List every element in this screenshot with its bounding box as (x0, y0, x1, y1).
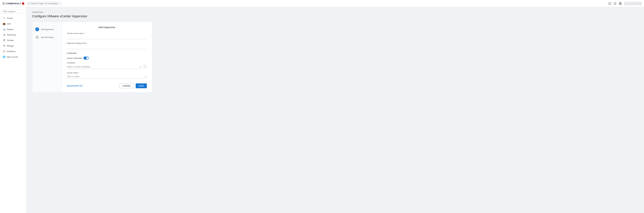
svg-rect-6 (620, 2, 622, 3)
svg-rect-7 (619, 4, 620, 5)
sidebar-item-label: Reports (7, 28, 14, 31)
search-input[interactable] (31, 2, 60, 5)
form-title: Add Hypervisor (67, 26, 147, 29)
sidebar-item-storage[interactable]: 🗄 Storage (0, 38, 26, 43)
equivalent-api-link[interactable]: EQUIVALENT API (67, 85, 82, 87)
credential-label: Credential * (67, 62, 147, 64)
credentials-section: Credentials (67, 52, 147, 54)
action-buttons: CANCEL SAVE (119, 83, 147, 88)
sidebar-item-label: Web console (7, 56, 18, 58)
credential-select[interactable]: Select a saved credential (67, 65, 142, 69)
wizard-card: 1 Add Hypervisor 2 Add VM Group Add Hype… (32, 22, 152, 93)
wizard-form: Add Hypervisor vCenter server name * Hyp… (62, 22, 152, 92)
step-number-2: 2 (35, 35, 39, 39)
webconsole-icon: 🌐 (3, 56, 6, 58)
sidebar-item-web-console[interactable]: 🌐 Web console (0, 54, 26, 60)
chevron-down-icon (638, 3, 640, 5)
top-navigation: COMMVAULT ● (0, 0, 644, 7)
step-label-1: Add Hypervisor (41, 28, 54, 31)
breadcrumb-parent[interactable]: Guided setup (32, 11, 42, 13)
access-nodes-select[interactable]: Click to select (67, 75, 147, 79)
sidebar-item-jobs[interactable]: 💼 Jobs (0, 21, 26, 27)
saved-credentials-label: Saved credentials (67, 57, 82, 59)
sidebar-item-label: Monitoring (7, 34, 16, 36)
page-title: Configure VMware vCenter Hypervisor (32, 14, 638, 18)
nav-icon-bell[interactable] (614, 2, 616, 5)
app-layout: 🛡 Protect 💼 Jobs 📊 Reports 🖥 Monitoring … (0, 7, 644, 213)
logo-badge: ● (22, 2, 24, 5)
credential-group: Credential * Select a saved credential + (67, 62, 147, 69)
vcenter-label: vCenter server name * (67, 32, 147, 35)
display-name-group: Hypervisor display name * (67, 42, 147, 49)
nav-icon-apps[interactable] (619, 2, 622, 5)
saved-credentials-row: Saved credentials (67, 57, 147, 60)
form-actions: EQUIVALENT API CANCEL SAVE (67, 83, 147, 88)
display-name-input[interactable] (67, 45, 147, 49)
step-label-2: Add VM Group (41, 36, 54, 38)
monitoring-icon: 🖥 (3, 34, 6, 36)
breadcrumb: Guided setup / (32, 11, 638, 13)
svg-point-0 (28, 3, 30, 4)
workflows-icon: 📋 (3, 50, 6, 53)
sidebar-item-label: Manage (7, 45, 14, 47)
sidebar-item-protect[interactable]: 🛡 Protect (0, 16, 26, 21)
storage-icon: 🗄 (3, 39, 6, 42)
main-content: Guided setup / Configure VMware vCenter … (26, 7, 644, 213)
jobs-icon: 💼 (3, 23, 6, 25)
access-nodes-select-wrap: Click to select (67, 75, 147, 79)
sidebar-item-label: Jobs (7, 23, 11, 25)
nav-icon-monitor[interactable] (608, 2, 611, 5)
wizard-step-2[interactable]: 2 Add VM Group (32, 33, 62, 41)
access-nodes-label: Access nodes * (67, 72, 147, 74)
app-logo: COMMVAULT ● (2, 2, 24, 5)
nav-icons (608, 2, 642, 5)
save-button[interactable]: SAVE (136, 83, 147, 88)
search-bar[interactable] (27, 2, 62, 5)
breadcrumb-separator: / (43, 11, 44, 13)
logo-text: COMMVAULT (6, 2, 21, 5)
manage-icon: ⚙ (3, 44, 6, 47)
svg-rect-5 (619, 2, 620, 3)
sidebar-item-workflows[interactable]: 📋 Workflows (0, 49, 26, 54)
svg-line-1 (30, 4, 30, 4)
toggle-slider (84, 57, 89, 60)
vcenter-server-input[interactable] (67, 35, 147, 39)
display-name-label: Hypervisor display name * (67, 42, 147, 44)
sidebar-filter-wrap[interactable] (0, 9, 26, 14)
saved-credentials-toggle[interactable] (84, 57, 89, 60)
sidebar-item-label: Storage (7, 39, 14, 41)
shield-icon: 🛡 (3, 17, 6, 20)
vcenter-server-group: vCenter server name * (67, 32, 147, 39)
user-dropdown[interactable] (624, 2, 642, 5)
sidebar: 🛡 Protect 💼 Jobs 📊 Reports 🖥 Monitoring … (0, 7, 26, 213)
hamburger-menu[interactable] (2, 3, 5, 5)
svg-rect-8 (620, 4, 622, 5)
sidebar-item-reports[interactable]: 📊 Reports (0, 27, 26, 32)
wizard-steps: 1 Add Hypervisor 2 Add VM Group (32, 22, 62, 92)
add-credential-button[interactable]: + (143, 65, 147, 69)
sidebar-item-monitoring[interactable]: 🖥 Monitoring (0, 32, 26, 38)
sidebar-item-label: Protect (7, 17, 13, 19)
cancel-button[interactable]: CANCEL (119, 83, 134, 88)
sidebar-item-label: Workflows (7, 50, 16, 53)
sidebar-filter-input[interactable] (2, 10, 24, 14)
svg-rect-2 (608, 2, 611, 4)
access-nodes-group: Access nodes * Click to select (67, 72, 147, 79)
credential-select-wrap: Select a saved credential (67, 65, 142, 69)
search-icon (28, 3, 30, 5)
credential-row: Select a saved credential + (67, 65, 147, 69)
wizard-step-1[interactable]: 1 Add Hypervisor (32, 25, 62, 33)
sidebar-item-manage[interactable]: ⚙ Manage (0, 43, 26, 49)
reports-icon: 📊 (3, 28, 6, 31)
step-number-1: 1 (35, 28, 39, 31)
